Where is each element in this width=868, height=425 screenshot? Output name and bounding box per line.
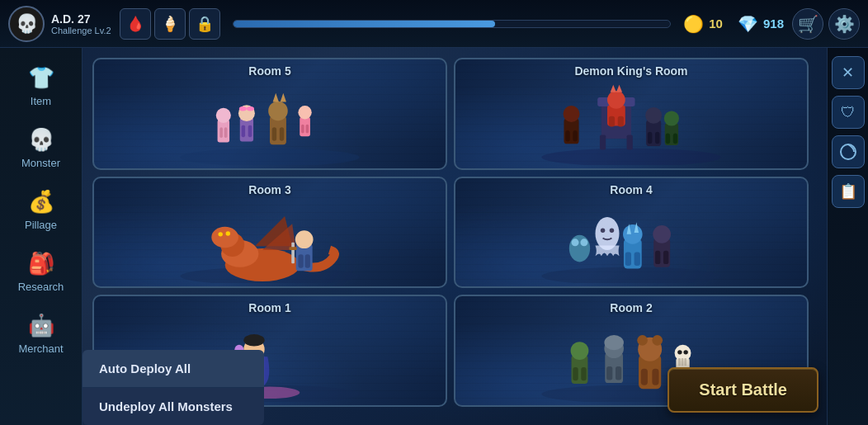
svg-point-13 — [268, 102, 288, 121]
demon-kings-room[interactable]: Demon King's Room — [454, 58, 809, 170]
svg-rect-4 — [219, 127, 223, 138]
svg-point-11 — [247, 106, 254, 111]
svg-point-63 — [610, 228, 614, 232]
shield-button[interactable]: 🛡 — [832, 96, 865, 129]
svg-rect-94 — [616, 366, 621, 380]
header-icons: 🩸 🍦 🔒 — [120, 8, 220, 40]
sidebar-label-monster: Monster — [21, 157, 60, 169]
sidebar-item-merchant[interactable]: 🤖 Merchant — [0, 301, 82, 363]
sidebar-item-pillage[interactable]: 💰 Pillage — [0, 177, 82, 239]
svg-point-76 — [580, 238, 587, 246]
svg-point-80 — [243, 334, 264, 346]
svg-point-38 — [564, 106, 580, 122]
room-5[interactable]: Room 5 — [92, 58, 447, 170]
svg-point-28 — [607, 91, 625, 109]
svg-rect-101 — [652, 369, 658, 385]
profile-name: A.D. 27 — [51, 12, 111, 26]
svg-rect-36 — [655, 132, 659, 144]
svg-point-19 — [298, 106, 311, 119]
profile-area: 💀 A.D. 27 Challenge Lv.2 — [8, 6, 111, 42]
room-5-scene — [97, 83, 442, 165]
svg-marker-14 — [273, 93, 279, 102]
svg-rect-39 — [565, 130, 569, 142]
sidebar-label-merchant: Merchant — [18, 342, 63, 355]
research-icon: 🎒 — [26, 248, 57, 279]
svg-rect-56 — [298, 254, 303, 267]
svg-rect-100 — [641, 369, 648, 385]
svg-point-22 — [541, 149, 720, 165]
svg-rect-21 — [305, 125, 309, 134]
svg-point-105 — [683, 350, 687, 354]
svg-rect-8 — [242, 125, 246, 137]
room-4[interactable]: Room 4 — [454, 177, 809, 289]
svg-marker-30 — [616, 85, 622, 92]
svg-rect-58 — [291, 242, 295, 262]
header-icon-blood[interactable]: 🩸 — [120, 8, 151, 40]
svg-point-88 — [571, 342, 589, 361]
currency-area: 🟡 10 💎 918 — [683, 14, 784, 34]
svg-rect-66 — [625, 252, 631, 265]
sidebar-label-item: Item — [31, 95, 51, 107]
svg-rect-59 — [290, 247, 297, 250]
svg-point-104 — [677, 350, 682, 354]
svg-rect-26 — [627, 135, 633, 149]
monster-icon: 💀 — [26, 124, 57, 155]
clipboard-button[interactable]: 📋 — [832, 175, 865, 208]
svg-point-99 — [652, 335, 663, 346]
undeploy-all-button[interactable]: Undeploy All Monsters — [83, 388, 264, 425]
room-3-label: Room 3 — [248, 183, 290, 196]
sidebar-item-item[interactable]: 👕 Item — [0, 54, 82, 116]
sidebar: 👕 Item 💀 Monster 💰 Pillage 🎒 Research 🤖 … — [0, 0, 83, 425]
svg-rect-73 — [663, 250, 668, 263]
svg-rect-5 — [224, 127, 228, 138]
svg-point-34 — [645, 107, 662, 124]
svg-point-74 — [569, 234, 590, 262]
sidebar-label-research: Research — [18, 281, 64, 293]
settings-button[interactable]: ⚙️ — [828, 8, 860, 40]
gold-currency: 🟡 10 — [683, 14, 723, 34]
demon-kings-room-label: Demon King's Room — [574, 64, 687, 78]
svg-point-1 — [180, 149, 359, 165]
svg-rect-32 — [618, 116, 624, 127]
svg-point-61 — [596, 217, 620, 250]
svg-marker-29 — [611, 85, 616, 92]
spin-button[interactable] — [832, 135, 865, 168]
room-5-label: Room 5 — [248, 64, 290, 78]
merchant-icon: 🤖 — [26, 309, 57, 341]
svg-rect-43 — [666, 134, 670, 144]
svg-rect-20 — [301, 125, 304, 134]
pillage-icon: 💰 — [26, 186, 57, 217]
gems-icon: 💎 — [738, 14, 758, 34]
svg-rect-16 — [272, 127, 276, 140]
svg-point-55 — [295, 230, 314, 248]
profile-level: Challenge Lv.2 — [51, 26, 111, 35]
svg-point-65 — [623, 224, 643, 244]
sidebar-item-research[interactable]: 🎒 Research — [0, 239, 82, 301]
svg-point-95 — [604, 335, 624, 350]
auto-deploy-button[interactable]: Auto Deploy All — [83, 350, 264, 388]
close-button[interactable]: ✕ — [832, 56, 865, 89]
header: 💀 A.D. 27 Challenge Lv.2 🩸 🍦 🔒 🟡 10 💎 91… — [0, 0, 868, 48]
sidebar-label-pillage: Pillage — [25, 219, 57, 231]
svg-rect-67 — [634, 252, 640, 265]
room-4-label: Room 4 — [610, 183, 652, 196]
svg-point-75 — [572, 238, 579, 246]
svg-point-49 — [211, 226, 238, 247]
header-icon-lock[interactable]: 🔒 — [189, 8, 220, 40]
cart-button[interactable]: 🛒 — [792, 8, 823, 40]
svg-point-71 — [653, 225, 671, 243]
svg-rect-107 — [682, 358, 684, 366]
header-right-buttons: 🛒 ⚙️ — [792, 8, 860, 40]
svg-point-60 — [541, 267, 720, 283]
svg-rect-108 — [684, 358, 686, 366]
sidebar-item-monster[interactable]: 💀 Monster — [0, 116, 82, 177]
room-3[interactable]: Room 3 — [92, 177, 447, 289]
svg-point-62 — [601, 228, 605, 232]
header-icon-food[interactable]: 🍦 — [154, 8, 186, 40]
gems-currency: 💎 918 — [738, 14, 784, 34]
svg-rect-89 — [573, 367, 578, 380]
svg-rect-57 — [305, 254, 310, 267]
start-battle-button[interactable]: Start Battle — [668, 367, 818, 413]
item-icon: 👕 — [26, 62, 57, 93]
progress-bar — [233, 20, 672, 28]
